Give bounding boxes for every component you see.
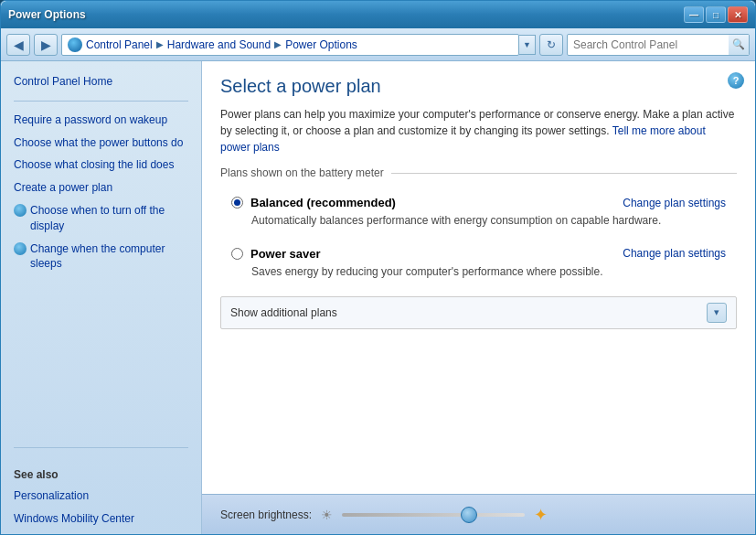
close-button[interactable]: ✕ <box>728 6 748 23</box>
brightness-bar: Screen brightness: ☀ ✦ <box>202 494 755 534</box>
change-plan-link-balanced[interactable]: Change plan settings <box>623 197 726 209</box>
refresh-button[interactable]: ↻ <box>539 34 563 56</box>
plan-label-powersaver: Power saver <box>231 247 321 261</box>
radio-powersaver[interactable] <box>231 248 243 260</box>
minimize-button[interactable]: — <box>684 6 704 23</box>
right-panel: ? Select a power plan Power plans can he… <box>202 61 755 494</box>
main-window: Power Options — □ ✕ ◀ ▶ Control Panel ▶ … <box>0 0 756 535</box>
sidebar-item-create-plan[interactable]: Create a power plan <box>1 177 201 199</box>
sidebar-item-mobility-center[interactable]: Windows Mobility Center <box>1 508 201 530</box>
window-title: Power Options <box>8 8 86 21</box>
brightness-thumb[interactable] <box>461 507 477 523</box>
globe-icon <box>68 37 82 52</box>
sidebar-item-power-buttons[interactable]: Choose what the power buttons do <box>1 132 201 155</box>
brightness-label: Screen brightness: <box>220 508 312 521</box>
sidebar-item-home[interactable]: Control Panel Home <box>1 70 201 93</box>
breadcrumb-po[interactable]: Power Options <box>285 38 357 51</box>
plan-name-balanced: Balanced (recommended) <box>250 196 396 209</box>
sidebar-divider-1 <box>14 101 188 102</box>
maximize-button[interactable]: □ <box>706 6 726 23</box>
sidebar-divider-2 <box>14 447 188 448</box>
page-description: Power plans can help you maximize your c… <box>220 106 737 155</box>
plan-header-powersaver: Power saver Change plan settings <box>231 247 726 261</box>
plan-name-powersaver: Power saver <box>250 247 321 261</box>
radio-balanced[interactable] <box>231 197 243 209</box>
main-content: Control Panel Home Require a password on… <box>1 61 755 534</box>
sidebar-item-display[interactable]: Choose when to turn off the display <box>1 199 201 238</box>
search-input[interactable] <box>568 38 729 51</box>
sidebar: Control Panel Home Require a password on… <box>1 61 202 534</box>
show-additional-plans[interactable]: Show additional plans ▾ <box>220 296 737 329</box>
expand-plans-button[interactable]: ▾ <box>707 303 727 323</box>
change-plan-link-powersaver[interactable]: Change plan settings <box>623 247 726 260</box>
sidebar-item-lid[interactable]: Choose what closing the lid does <box>1 154 201 177</box>
display-icon <box>14 204 27 217</box>
sidebar-item-user-accounts[interactable]: User Accounts <box>1 530 201 534</box>
brightness-slider[interactable] <box>342 513 525 517</box>
search-icon[interactable]: 🔍 <box>729 35 749 55</box>
address-bar: ◀ ▶ Control Panel ▶ Hardware and Sound ▶… <box>1 28 755 61</box>
plan-header-balanced: Balanced (recommended) Change plan setti… <box>231 196 726 209</box>
back-button[interactable]: ◀ <box>6 34 30 56</box>
plan-label-balanced: Balanced (recommended) <box>231 196 396 209</box>
sidebar-item-password[interactable]: Require a password on wakeup <box>1 109 201 132</box>
help-icon[interactable]: ? <box>728 72 744 89</box>
plans-section-title: Plans shown on the battery meter <box>220 166 737 179</box>
breadcrumb-sep-1: ▶ <box>156 39 164 49</box>
plan-desc-powersaver: Saves energy by reducing your computer's… <box>231 264 726 280</box>
see-also-label: See also <box>1 455 201 485</box>
brightness-dim-icon: ☀ <box>321 508 333 522</box>
sidebar-item-sleep[interactable]: Change when the computer sleeps <box>1 238 201 276</box>
breadcrumb-sep-2: ▶ <box>274 39 282 49</box>
breadcrumb-cp[interactable]: Control Panel <box>86 38 153 51</box>
breadcrumb-dropdown[interactable]: ▼ <box>519 35 536 55</box>
plan-item-balanced: Balanced (recommended) Change plan setti… <box>220 188 737 236</box>
breadcrumb: Control Panel ▶ Hardware and Sound ▶ Pow… <box>61 34 519 56</box>
window-controls: — □ ✕ <box>684 6 748 23</box>
plan-desc-balanced: Automatically balances performance with … <box>231 213 726 229</box>
plan-item-powersaver: Power saver Change plan settings Saves e… <box>220 240 737 287</box>
search-box: 🔍 <box>567 34 750 56</box>
forward-button[interactable]: ▶ <box>34 34 58 56</box>
right-area: ? Select a power plan Power plans can he… <box>202 61 755 534</box>
sleep-icon <box>14 242 27 255</box>
show-additional-label: Show additional plans <box>230 306 337 319</box>
page-title: Select a power plan <box>220 76 737 97</box>
brightness-bright-icon: ✦ <box>534 505 548 525</box>
sidebar-item-personalization[interactable]: Personalization <box>1 485 201 508</box>
title-bar: Power Options — □ ✕ <box>1 1 755 28</box>
breadcrumb-has[interactable]: Hardware and Sound <box>167 38 271 51</box>
